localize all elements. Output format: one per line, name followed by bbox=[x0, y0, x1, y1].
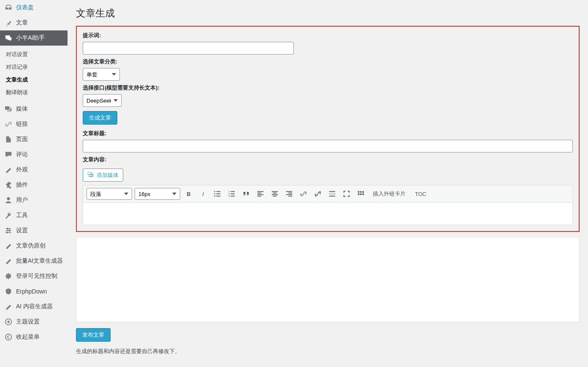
dashboard-icon bbox=[4, 3, 13, 12]
article-generation-form: 提示词: 选择文章分类: 单套 选择接口(模型需要支持长文本): DeepSee… bbox=[76, 26, 580, 232]
sidebar-item-7[interactable]: 外观 bbox=[0, 162, 68, 177]
svg-point-11 bbox=[214, 193, 215, 195]
svg-rect-35 bbox=[329, 196, 335, 197]
user-icon bbox=[4, 196, 13, 204]
svg-rect-2 bbox=[6, 230, 11, 231]
sidebar-item-18[interactable]: 收起菜单 bbox=[0, 329, 68, 345]
sidebar-item-label: 登录可见性控制 bbox=[16, 272, 57, 280]
plugin-icon bbox=[4, 181, 13, 189]
toc-button[interactable]: TOC bbox=[412, 188, 430, 200]
svg-rect-27 bbox=[272, 194, 278, 195]
bold-button[interactable]: B bbox=[183, 188, 195, 200]
sidebar-item-4[interactable]: 链接 bbox=[0, 117, 68, 132]
bullet-list-button[interactable] bbox=[211, 188, 223, 200]
sidebar-item-2[interactable]: 小半Ai助手 bbox=[0, 30, 68, 46]
fullscreen-button[interactable] bbox=[341, 188, 352, 200]
editor: 段落 16px B I 123 插入外链卡片 TOC bbox=[83, 185, 573, 225]
sidebar-item-label: 评论 bbox=[16, 151, 28, 158]
sidebar-item-label: 小半Ai助手 bbox=[16, 34, 45, 42]
add-media-button[interactable]: 添加媒体 bbox=[83, 169, 123, 182]
sidebar-item-10[interactable]: 工具 bbox=[0, 208, 68, 223]
media-icon bbox=[4, 105, 13, 113]
format-select[interactable]: 段落 bbox=[87, 188, 132, 200]
numbered-list-button[interactable]: 123 bbox=[226, 188, 238, 200]
sidebar-item-6[interactable]: 评论 bbox=[0, 147, 68, 162]
svg-rect-30 bbox=[288, 193, 292, 193]
svg-rect-0 bbox=[6, 228, 11, 229]
svg-rect-41 bbox=[363, 193, 364, 195]
insert-external-card-button[interactable]: 插入外链卡片 bbox=[369, 188, 409, 200]
sidebar-item-label: 文章伪原创 bbox=[16, 242, 46, 250]
sidebar-item-17[interactable]: 主题设置 bbox=[0, 314, 68, 329]
italic-button[interactable]: I bbox=[197, 188, 209, 200]
svg-point-13 bbox=[214, 196, 215, 197]
prompt-label: 提示词: bbox=[83, 32, 573, 39]
category-select[interactable]: 单套 bbox=[83, 68, 120, 81]
link-button[interactable] bbox=[298, 188, 309, 200]
publish-button[interactable]: 发布文章 bbox=[76, 328, 111, 342]
svg-point-8 bbox=[5, 334, 11, 340]
blockquote-button[interactable] bbox=[240, 188, 252, 200]
editor-toolbar: 段落 16px B I 123 插入外链卡片 TOC bbox=[83, 185, 572, 203]
page-title: 文章生成 bbox=[76, 7, 580, 20]
submenu-item-3[interactable]: 翻译朗读 bbox=[0, 86, 68, 99]
category-label: 选择文章分类: bbox=[83, 58, 573, 65]
article-title-input[interactable] bbox=[83, 140, 573, 152]
svg-rect-5 bbox=[7, 231, 8, 234]
svg-rect-14 bbox=[216, 196, 220, 197]
svg-rect-31 bbox=[286, 194, 292, 195]
sidebar-item-0[interactable]: 仪表盘 bbox=[0, 0, 68, 15]
align-center-button[interactable] bbox=[269, 188, 281, 200]
unlink-button[interactable] bbox=[312, 188, 324, 200]
api-label: 选择接口(模型需要支持长文本): bbox=[83, 84, 573, 92]
sidebar-item-14[interactable]: 登录可见性控制 bbox=[0, 269, 68, 284]
svg-rect-29 bbox=[286, 191, 292, 192]
svg-rect-18 bbox=[230, 193, 235, 194]
svg-rect-32 bbox=[288, 196, 292, 197]
sidebar-item-8[interactable]: 插件 bbox=[0, 177, 68, 193]
svg-rect-3 bbox=[9, 229, 10, 231]
article-content-label: 文章内容: bbox=[83, 156, 573, 163]
shield-icon bbox=[4, 287, 13, 296]
sidebar-item-5[interactable]: 页面 bbox=[0, 132, 68, 147]
align-left-button[interactable] bbox=[255, 188, 266, 200]
svg-rect-23 bbox=[257, 194, 263, 195]
toolbar-toggle-button[interactable] bbox=[355, 188, 367, 200]
svg-rect-10 bbox=[216, 191, 220, 192]
fontsize-select[interactable]: 16px bbox=[135, 188, 180, 200]
chat-icon bbox=[4, 34, 13, 42]
sidebar-item-3[interactable]: 媒体 bbox=[0, 101, 68, 117]
media-icon bbox=[87, 171, 94, 179]
sidebar-item-label: 文章 bbox=[16, 19, 28, 27]
sidebar-item-16[interactable]: AI 内容生成器 bbox=[0, 299, 68, 314]
gear-icon bbox=[4, 272, 13, 280]
align-right-button[interactable] bbox=[283, 188, 295, 200]
sidebar-item-9[interactable]: 用户 bbox=[0, 193, 68, 208]
submenu-item-1[interactable]: 对话记录 bbox=[0, 61, 68, 73]
sidebar-item-11[interactable]: 设置 bbox=[0, 223, 68, 238]
editor-content[interactable] bbox=[83, 203, 572, 225]
svg-rect-40 bbox=[360, 193, 362, 195]
api-select[interactable]: DeepSeek bbox=[83, 94, 122, 107]
sidebar-item-13[interactable]: 批量AI文章生成器 bbox=[0, 253, 68, 269]
sidebar-item-label: 页面 bbox=[16, 136, 28, 143]
sidebar-item-12[interactable]: 文章伪原创 bbox=[0, 238, 68, 253]
pencil-icon bbox=[4, 257, 13, 265]
sidebar-item-label: 外观 bbox=[16, 166, 28, 174]
svg-rect-12 bbox=[216, 193, 220, 194]
theme-icon bbox=[4, 318, 13, 326]
sidebar-item-15[interactable]: ErphpDown bbox=[0, 284, 68, 299]
read-more-button[interactable] bbox=[326, 188, 338, 200]
svg-text:3: 3 bbox=[228, 195, 230, 197]
svg-rect-16 bbox=[230, 191, 235, 192]
svg-point-9 bbox=[214, 191, 215, 192]
prompt-input[interactable] bbox=[83, 42, 294, 54]
svg-rect-33 bbox=[329, 191, 335, 192]
svg-rect-36 bbox=[358, 191, 360, 193]
generate-button[interactable]: 生成文章 bbox=[83, 111, 117, 125]
sidebar-item-label: 收起菜单 bbox=[16, 333, 40, 341]
submenu-item-0[interactable]: 对话设置 bbox=[0, 48, 68, 61]
submenu-item-2[interactable]: 文章生成 bbox=[0, 73, 68, 86]
link-icon bbox=[4, 120, 13, 128]
sidebar-item-1[interactable]: 文章 bbox=[0, 15, 68, 30]
